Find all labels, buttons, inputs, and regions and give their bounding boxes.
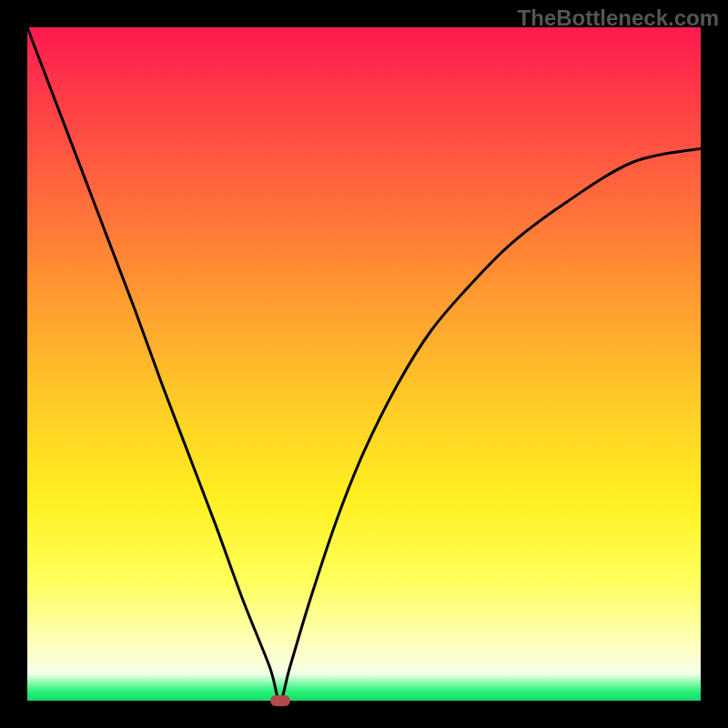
bottleneck-curve [27,27,701,701]
watermark-text: TheBottleneck.com [518,5,719,31]
optimum-marker [270,695,290,706]
chart-plot-area [27,27,701,701]
curve-svg [27,27,701,701]
